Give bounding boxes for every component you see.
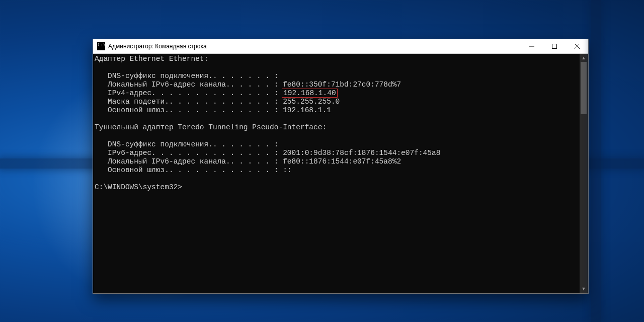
adapter-field: DNS-суффикс подключения.. . . . . . . : xyxy=(95,140,580,149)
minimize-button[interactable] xyxy=(520,39,543,53)
adapter-field: Локальный IPv6-адрес канала.. . . . . : … xyxy=(95,157,580,166)
adapter-field: Основной шлюз.. . . . . . . . . . . . : … xyxy=(95,106,580,115)
blank-line xyxy=(95,132,580,140)
scroll-up-button[interactable]: ▲ xyxy=(580,54,588,62)
close-button[interactable] xyxy=(566,39,588,53)
maximize-icon xyxy=(552,44,557,49)
titlebar[interactable]: Администратор: Командная строка xyxy=(93,39,588,54)
cmd-icon xyxy=(97,42,105,50)
adapter-header: Туннельный адаптер Teredo Tunneling Pseu… xyxy=(95,123,580,132)
adapter-field: Основной шлюз.. . . . . . . . . . . . : … xyxy=(95,166,580,175)
minimize-icon xyxy=(529,44,534,49)
terminal-output[interactable]: Адаптер Ethernet Ethernet: DNS-суффикс п… xyxy=(95,54,580,293)
close-icon xyxy=(575,44,580,49)
adapter-field: Локальный IPv6-адрес канала.. . . . . : … xyxy=(95,80,580,89)
adapter-header: Адаптер Ethernet Ethernet: xyxy=(95,55,580,63)
adapter-field: DNS-суффикс подключения.. . . . . . . : xyxy=(95,72,580,80)
svg-rect-0 xyxy=(552,44,556,49)
adapter-field: IPv6-адрес. . . . . . . . . . . . . . : … xyxy=(95,149,580,157)
command-prompt-window: Администратор: Командная строка Адаптер … xyxy=(93,39,589,294)
desktop-wallpaper: Администратор: Командная строка Адаптер … xyxy=(0,0,644,322)
window-title: Администратор: Командная строка xyxy=(108,43,207,50)
blank-line xyxy=(95,115,580,123)
blank-line xyxy=(95,63,580,72)
adapter-field: Маска подсети.. . . . . . . . . . . . : … xyxy=(95,98,580,106)
maximize-button[interactable] xyxy=(543,39,566,53)
adapter-field: IPv4-адрес. . . . . . . . . . . . . . : … xyxy=(95,89,580,98)
prompt-line: C:\WINDOWS\system32> xyxy=(95,183,580,192)
blank-line xyxy=(95,175,580,183)
highlighted-ipv4: 192.168.1.40 xyxy=(282,89,337,98)
scroll-down-button[interactable]: ▼ xyxy=(580,285,588,293)
scroll-thumb[interactable] xyxy=(581,62,587,114)
terminal-client-area: Адаптер Ethernet Ethernet: DNS-суффикс п… xyxy=(94,54,588,293)
vertical-scrollbar[interactable]: ▲ ▼ xyxy=(580,54,588,293)
